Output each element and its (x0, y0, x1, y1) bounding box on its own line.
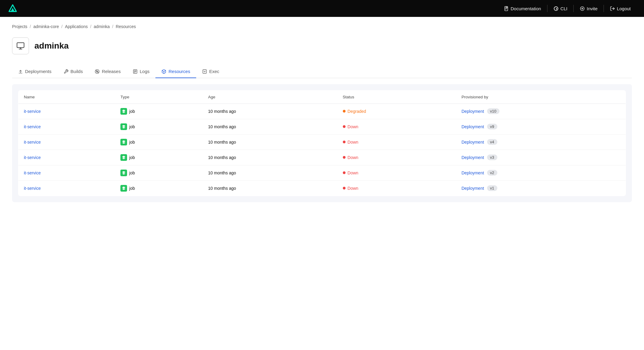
cell-type: job (115, 165, 202, 180)
job-icon (120, 154, 127, 161)
deployments-icon (18, 69, 23, 74)
releases-icon (95, 69, 100, 74)
tab-builds-label: Builds (71, 69, 83, 74)
type-label: job (129, 170, 135, 175)
cell-status: Down (337, 165, 456, 180)
logs-icon (133, 69, 138, 74)
tab-resources[interactable]: Resources (155, 65, 196, 78)
job-icon (120, 108, 127, 115)
job-icon (120, 185, 127, 192)
cell-status: Down (337, 180, 456, 196)
logo[interactable] (7, 3, 18, 14)
col-provisioned-by: Provisioned by (456, 90, 626, 103)
status-label: Down (348, 186, 359, 191)
tabs-bar: Deployments Builds Releases Logs (12, 65, 632, 78)
version-badge: v10 (487, 108, 499, 114)
tab-releases-label: Releases (102, 69, 121, 74)
app-name: adminka (34, 41, 69, 51)
resources-table: Name Type Age Status Provisioned by it-s… (18, 90, 626, 196)
cell-age: 10 months ago (203, 165, 337, 180)
cli-link[interactable]: CLI (547, 6, 573, 11)
cell-status: Down (337, 134, 456, 150)
cell-status: Degraded (337, 103, 456, 119)
cell-provisioned-by: Deployment v10 (456, 103, 626, 119)
resource-name-link[interactable]: it-service (24, 124, 41, 129)
type-label: job (129, 155, 135, 160)
tab-releases[interactable]: Releases (89, 65, 127, 78)
resource-name-link[interactable]: it-service (24, 140, 41, 145)
cell-age: 10 months ago (203, 103, 337, 119)
breadcrumb-adminka[interactable]: adminka (94, 24, 110, 29)
cell-status: Down (337, 150, 456, 165)
provisioner-link[interactable]: Deployment (461, 186, 484, 191)
table-row: it-service job 10 months ago Down Deploy… (18, 150, 626, 165)
status-dot (343, 187, 346, 189)
svg-rect-11 (17, 43, 24, 48)
status-dot (343, 171, 346, 174)
cell-type: job (115, 119, 202, 134)
breadcrumb-adminka-core[interactable]: adminka-core (33, 24, 59, 29)
invite-link[interactable]: Invite (574, 6, 604, 11)
exec-icon (202, 69, 207, 74)
breadcrumb-applications[interactable]: Applications (65, 24, 88, 29)
provisioner-link[interactable]: Deployment (461, 140, 484, 145)
status-dot (343, 125, 346, 128)
col-type: Type (115, 90, 202, 103)
job-icon (120, 139, 127, 145)
documentation-link[interactable]: Documentation (498, 6, 547, 11)
nav-links: Documentation CLI Invite Logout (498, 5, 637, 12)
cell-type: job (115, 103, 202, 119)
provisioner-link[interactable]: Deployment (461, 170, 484, 175)
breadcrumb-projects[interactable]: Projects (12, 24, 27, 29)
tab-deployments[interactable]: Deployments (12, 65, 58, 78)
provisioner-link[interactable]: Deployment (461, 124, 484, 129)
table-row: it-service job 10 months ago Down Deploy… (18, 119, 626, 134)
breadcrumb: Projects / adminka-core / Applications /… (12, 24, 632, 29)
status-dot (343, 141, 346, 143)
status-label: Down (348, 140, 359, 145)
cli-icon (553, 6, 559, 11)
provisioner-link[interactable]: Deployment (461, 109, 484, 114)
tab-exec-label: Exec (209, 69, 219, 74)
table-row: it-service job 10 months ago Down Deploy… (18, 134, 626, 150)
cell-age: 10 months ago (203, 180, 337, 196)
svg-marker-1 (11, 8, 14, 11)
type-label: job (129, 109, 135, 114)
tab-exec[interactable]: Exec (196, 65, 225, 78)
cell-provisioned-by: Deployment v9 (456, 119, 626, 134)
cell-name: it-service (18, 134, 115, 150)
tab-builds[interactable]: Builds (58, 65, 89, 78)
table-header-row: Name Type Age Status Provisioned by (18, 90, 626, 103)
version-badge: v2 (487, 170, 497, 176)
logout-link[interactable]: Logout (604, 6, 637, 11)
version-badge: v3 (487, 154, 497, 160)
col-status: Status (337, 90, 456, 103)
status-label: Degraded (348, 109, 366, 114)
status-dot (343, 156, 346, 159)
type-label: job (129, 124, 135, 129)
resource-name-link[interactable]: it-service (24, 109, 41, 114)
builds-icon (64, 69, 69, 74)
resource-name-link[interactable]: it-service (24, 170, 41, 175)
resource-name-link[interactable]: it-service (24, 155, 41, 160)
cell-provisioned-by: Deployment v2 (456, 165, 626, 180)
col-age: Age (203, 90, 337, 103)
status-dot (343, 110, 346, 113)
provisioner-link[interactable]: Deployment (461, 155, 484, 160)
cell-name: it-service (18, 180, 115, 196)
cell-type: job (115, 134, 202, 150)
cell-provisioned-by: Deployment v1 (456, 180, 626, 196)
col-name: Name (18, 90, 115, 103)
table-row: it-service job 10 months ago Down Deploy… (18, 165, 626, 180)
top-navigation: Documentation CLI Invite Logout (0, 0, 644, 17)
tab-logs[interactable]: Logs (127, 65, 156, 78)
svg-point-6 (554, 7, 558, 11)
app-header: adminka (12, 37, 632, 54)
cell-name: it-service (18, 103, 115, 119)
cell-status: Down (337, 119, 456, 134)
resource-name-link[interactable]: it-service (24, 186, 41, 191)
type-label: job (129, 140, 135, 145)
status-label: Down (348, 170, 359, 175)
cell-age: 10 months ago (203, 119, 337, 134)
cell-type: job (115, 150, 202, 165)
